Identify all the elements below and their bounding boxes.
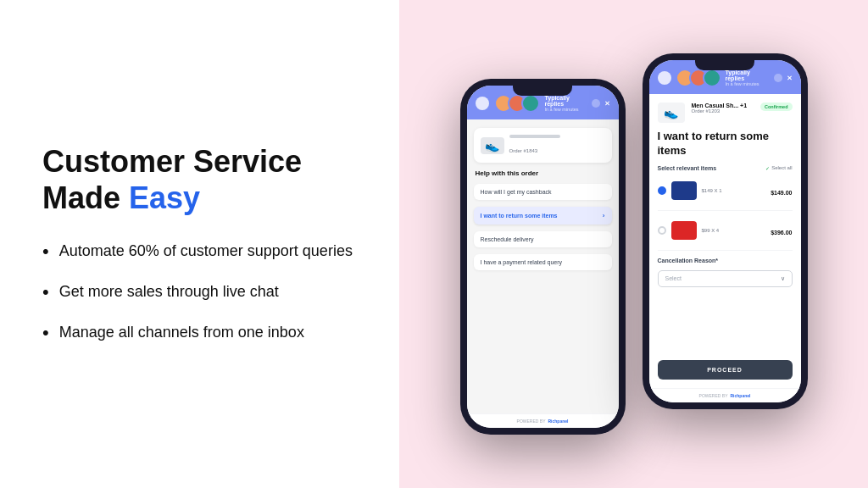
phone-2-notch	[695, 60, 754, 70]
return-order-info: Men Casual Sh... +1 Order #1203	[692, 103, 754, 114]
shoe-icon: 👟	[481, 137, 504, 154]
phone-2-body: 👟 Men Casual Sh... +1 Order #1203 Confir…	[649, 94, 801, 388]
item-price-col-1: $149.00	[771, 183, 792, 198]
return-shoe-icon: 👟	[658, 103, 685, 123]
phone-1-screen: Typically replies In a few minutes ✕ 👟 O…	[467, 86, 619, 428]
item-price-col-2: $396.00	[771, 223, 792, 238]
order-line	[509, 135, 560, 138]
richpanel-logo-p2: Richpanel	[731, 393, 751, 398]
agent-avatars-p2	[676, 69, 721, 87]
item-radio-2[interactable]	[658, 226, 666, 235]
return-order-header: 👟 Men Casual Sh... +1 Order #1203 Confir…	[658, 103, 793, 123]
menu-icon[interactable]	[592, 99, 600, 108]
item-thumb-2	[671, 221, 697, 240]
menu-item-return[interactable]: I want to return some items ›	[474, 207, 612, 225]
header-text: Typically replies In a few minutes	[545, 95, 587, 112]
chevron-right-icon: ›	[603, 212, 605, 219]
left-panel: Customer Service Made Easy • Automate 60…	[0, 0, 399, 488]
order-info: Order #1843	[509, 135, 605, 156]
item-row-2: $99 X 4 $396.00	[658, 218, 793, 243]
menu-item-reschedule[interactable]: Reschedule delivery	[474, 231, 612, 247]
home-icon	[476, 97, 489, 110]
cancel-reason-dropdown[interactable]: Select ∨	[658, 270, 793, 287]
item-price-info-1: $149 X 1	[702, 188, 766, 193]
menu-item-cashback[interactable]: How will I get my cashback	[474, 184, 612, 200]
avatar-p2-3	[703, 69, 721, 87]
return-title: I want to return some items	[658, 130, 793, 158]
agent-avatars	[494, 94, 540, 113]
bullet-item-1: • Automate 60% of customer support queri…	[42, 241, 365, 263]
item-thumb-1	[671, 181, 697, 200]
header-actions: ✕	[592, 99, 610, 108]
avatar-3	[521, 94, 540, 113]
select-row: Select relevant items ✓ Select all	[658, 165, 793, 171]
phone-1-body: 👟 Order #1843 Help with this order How w…	[467, 119, 619, 413]
phone-1-footer: POWERED BY Richpanel	[467, 413, 619, 428]
item-radio-1[interactable]	[658, 186, 666, 195]
right-panel: Typically replies In a few minutes ✕ 👟 O…	[399, 0, 868, 488]
phone-2-screen: Typically replies In a few minutes ✕ 👟 M…	[649, 60, 801, 402]
phone-1: Typically replies In a few minutes ✕ 👟 O…	[460, 79, 626, 435]
bullet-item-2: • Get more sales through live chat	[42, 281, 365, 303]
cancel-reason-label: Cancellation Reason*	[658, 258, 793, 263]
bullet-dot-1: •	[42, 241, 49, 263]
p2-header-actions: ✕	[774, 74, 793, 82]
close-icon[interactable]: ✕	[604, 100, 610, 108]
section-title: Help with this order	[474, 169, 612, 177]
feature-list: • Automate 60% of customer support queri…	[42, 241, 365, 345]
main-heading: Customer Service Made Easy	[42, 143, 365, 216]
bullet-dot-3: •	[42, 322, 49, 344]
richpanel-logo: Richpanel	[548, 419, 569, 424]
divider-1	[658, 210, 793, 211]
item-row-1: $149 X 1 $149.00	[658, 178, 793, 203]
bullet-dot-2: •	[42, 281, 49, 303]
chevron-down-icon: ∨	[781, 275, 785, 282]
bullet-item-3: • Manage all channels from one inbox	[42, 322, 365, 344]
phone-2-footer: POWERED BY Richpanel	[649, 388, 801, 402]
order-card: 👟 Order #1843	[474, 128, 612, 163]
home-icon-p2	[658, 71, 671, 85]
proceed-button[interactable]: PROCEED	[658, 360, 793, 380]
confirmed-badge: Confirmed	[760, 103, 793, 111]
menu-item-payment[interactable]: I have a payment related query	[474, 254, 612, 270]
phone-2: Typically replies In a few minutes ✕ 👟 M…	[643, 53, 808, 409]
divider-2	[658, 250, 793, 251]
menu-icon-p2[interactable]	[774, 74, 782, 82]
close-icon-p2[interactable]: ✕	[787, 75, 793, 82]
select-label: Select relevant items	[658, 165, 717, 171]
item-price-info-2: $99 X 4	[702, 228, 766, 233]
p2-header-text: Typically replies In a few minutes	[726, 69, 770, 86]
select-all[interactable]: ✓ Select all	[765, 165, 792, 171]
phone-1-notch	[513, 86, 572, 96]
